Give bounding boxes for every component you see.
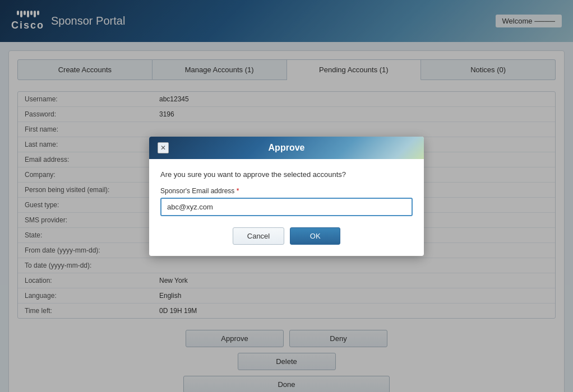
modal-overlay: ✕ Approve Are you sure you want to appro… xyxy=(0,0,573,392)
modal-body: Are you sure you want to approve the sel… xyxy=(149,159,424,256)
modal-buttons: Cancel OK xyxy=(160,227,413,245)
sponsor-email-input[interactable] xyxy=(160,198,413,216)
modal-ok-button[interactable]: OK xyxy=(290,227,340,245)
required-marker: * xyxy=(234,187,239,195)
approve-modal: ✕ Approve Are you sure you want to appro… xyxy=(149,137,424,256)
modal-field-label: Sponsor's Email address * xyxy=(160,187,413,195)
modal-close-button[interactable]: ✕ xyxy=(158,142,169,153)
modal-cancel-button[interactable]: Cancel xyxy=(233,227,284,245)
modal-header: ✕ Approve xyxy=(149,137,424,159)
modal-question: Are you sure you want to approve the sel… xyxy=(160,170,413,179)
modal-title: Approve xyxy=(174,143,415,153)
